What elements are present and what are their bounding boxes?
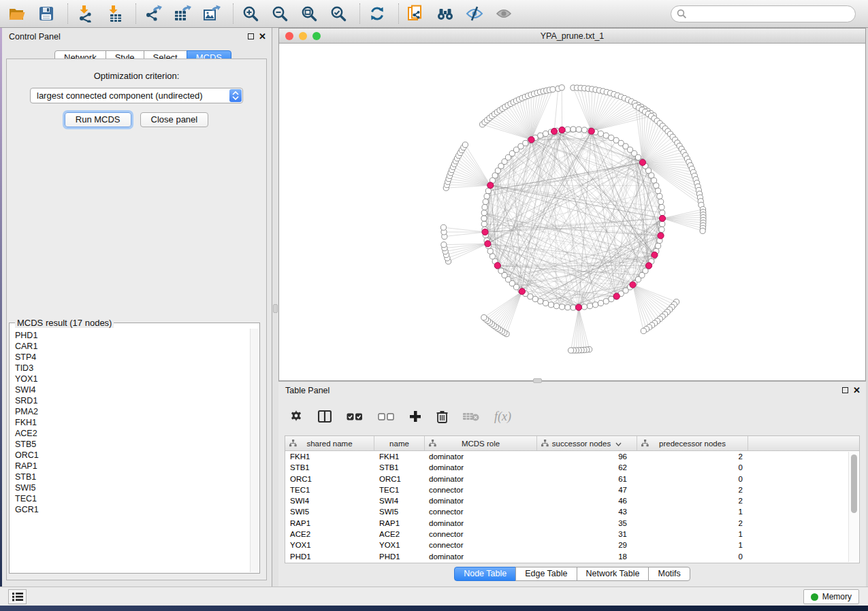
refresh-layout-icon[interactable] xyxy=(367,4,387,23)
cell[interactable]: dominator xyxy=(425,495,537,506)
cell[interactable]: 2 xyxy=(637,451,748,462)
table-tab-node-table[interactable]: Node Table xyxy=(454,567,516,581)
cell[interactable]: 46 xyxy=(537,495,637,506)
mcds-result-item[interactable]: YOX1 xyxy=(15,374,250,384)
delete-trash-icon[interactable] xyxy=(436,410,448,423)
column-header-MCDS-role[interactable]: MCDS role xyxy=(425,436,537,450)
mcds-result-item[interactable]: TEC1 xyxy=(15,493,250,504)
mcds-result-item[interactable]: STP4 xyxy=(15,352,250,363)
cell[interactable]: dominator xyxy=(425,551,537,562)
column-header-name[interactable]: name xyxy=(374,436,425,450)
table-row-PHD1[interactable]: PHD1PHD1dominator180 xyxy=(285,551,859,562)
cell[interactable]: 2 xyxy=(637,495,748,506)
close-traffic-light[interactable] xyxy=(285,32,293,40)
cell[interactable]: SWI5 xyxy=(285,506,374,517)
cell[interactable]: STB1 xyxy=(374,462,425,473)
float-panel-icon[interactable] xyxy=(248,33,254,39)
settings-gear-icon[interactable] xyxy=(289,410,303,423)
binoculars-search-icon[interactable] xyxy=(435,4,455,23)
horizontal-splitter-grip[interactable] xyxy=(533,378,542,383)
cell[interactable]: 47 xyxy=(537,484,637,495)
zoom-out-icon[interactable] xyxy=(270,4,290,23)
cell[interactable]: RAP1 xyxy=(374,518,425,529)
cell[interactable]: dominator xyxy=(425,474,537,484)
column-header-shared-name[interactable]: shared name xyxy=(285,436,374,450)
import-network-icon[interactable] xyxy=(75,4,95,23)
table-row-YOX1[interactable]: YOX1YOX1connector291 xyxy=(285,540,859,550)
cell[interactable]: TEC1 xyxy=(285,484,374,495)
cell[interactable]: 2 xyxy=(637,518,748,529)
table-scrollbar-thumb[interactable] xyxy=(851,455,857,513)
column-header-successor-nodes[interactable]: successor nodes xyxy=(537,436,637,450)
cell[interactable]: connector xyxy=(425,529,537,540)
close-panel-icon[interactable]: ✕ xyxy=(853,386,861,394)
close-panel-icon[interactable]: ✕ xyxy=(259,33,266,40)
cell[interactable]: TEC1 xyxy=(374,484,425,495)
float-panel-icon[interactable] xyxy=(842,387,848,393)
mcds-result-item[interactable]: SWI5 xyxy=(15,482,250,493)
task-monitor-button[interactable] xyxy=(8,589,27,604)
table-scrollbar[interactable] xyxy=(848,452,858,562)
cell[interactable]: SWI4 xyxy=(374,495,425,506)
mcds-result-item[interactable]: SWI4 xyxy=(15,384,250,395)
network-document-share-icon[interactable] xyxy=(406,4,426,23)
table-row-SWI4[interactable]: SWI4SWI4dominator462 xyxy=(285,495,859,506)
cell[interactable]: 0 xyxy=(637,551,748,562)
table-tab-motifs[interactable]: Motifs xyxy=(648,567,690,581)
export-network-icon[interactable] xyxy=(143,4,163,23)
table-row-STB1[interactable]: STB1STB1dominator620 xyxy=(285,462,859,473)
table-tab-edge-table[interactable]: Edge Table xyxy=(515,567,577,581)
mcds-result-item[interactable]: CAR1 xyxy=(15,341,250,352)
cell[interactable]: connector xyxy=(425,506,537,517)
open-session-icon[interactable] xyxy=(7,4,27,23)
maximize-traffic-light[interactable] xyxy=(312,32,321,40)
cell[interactable]: dominator xyxy=(425,451,537,462)
cell[interactable]: 0 xyxy=(637,462,748,473)
cell[interactable]: ACE2 xyxy=(285,529,374,540)
cell[interactable]: YOX1 xyxy=(374,540,425,550)
minimize-traffic-light[interactable] xyxy=(299,32,307,40)
table-row-SWI5[interactable]: SWI5SWI5connector431 xyxy=(285,506,859,517)
eye-slash-hide-icon[interactable] xyxy=(464,4,485,23)
mcds-result-item[interactable]: SRD1 xyxy=(15,395,250,406)
cell[interactable]: 62 xyxy=(537,462,637,473)
mcds-result-item[interactable]: RAP1 xyxy=(15,461,250,472)
splitter-grip[interactable] xyxy=(273,304,278,313)
cell[interactable]: 35 xyxy=(537,518,637,529)
mcds-result-item[interactable]: PMA2 xyxy=(15,406,250,417)
zoom-fit-icon[interactable] xyxy=(299,4,319,23)
cell[interactable]: 43 xyxy=(537,506,637,517)
cell[interactable]: FKH1 xyxy=(285,451,374,462)
cell[interactable]: 1 xyxy=(637,529,748,540)
network-window-titlebar[interactable]: YPA_prune.txt_1 xyxy=(279,29,865,44)
mcds-result-item[interactable]: TID3 xyxy=(15,363,250,374)
export-image-icon[interactable] xyxy=(202,4,222,23)
table-row-RAP1[interactable]: RAP1RAP1dominator352 xyxy=(285,518,859,529)
cell[interactable]: 1 xyxy=(637,506,748,517)
mcds-result-item[interactable]: PHD1 xyxy=(15,330,250,341)
table-tab-network-table[interactable]: Network Table xyxy=(577,567,649,581)
cell[interactable]: 96 xyxy=(537,451,637,462)
run-mcds-button[interactable]: Run MCDS xyxy=(65,112,131,127)
vertical-splitter[interactable] xyxy=(272,28,278,587)
cell[interactable]: dominator xyxy=(425,518,537,529)
table-row-TEC1[interactable]: TEC1TEC1connector472 xyxy=(285,484,859,495)
cell[interactable]: PHD1 xyxy=(374,551,425,562)
zoom-in-icon[interactable] xyxy=(240,4,261,23)
cell[interactable]: dominator xyxy=(425,462,537,473)
cell[interactable]: PHD1 xyxy=(285,551,374,562)
cell[interactable]: ORC1 xyxy=(285,474,374,484)
memory-button[interactable]: Memory xyxy=(803,589,859,604)
show-columns-icon[interactable] xyxy=(318,410,332,423)
close-panel-button[interactable]: Close panel xyxy=(140,112,209,127)
cell[interactable]: YOX1 xyxy=(285,540,374,550)
eye-disabled-icon[interactable] xyxy=(494,4,514,23)
result-list-scrollbar[interactable] xyxy=(250,329,259,572)
cell[interactable]: 29 xyxy=(537,540,637,550)
cell[interactable]: connector xyxy=(425,484,537,495)
export-table-icon[interactable] xyxy=(172,4,193,23)
cell[interactable]: 0 xyxy=(637,474,748,484)
select-all-checkboxes-icon[interactable] xyxy=(347,413,363,420)
import-table-icon[interactable] xyxy=(104,4,125,23)
zoom-selected-icon[interactable] xyxy=(328,4,349,23)
